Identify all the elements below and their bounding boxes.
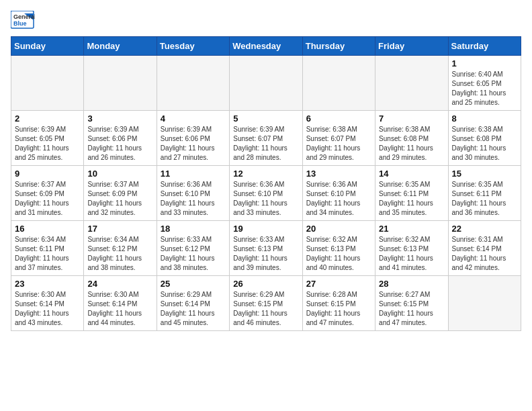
day-info: Sunrise: 6:39 AM Sunset: 6:07 PM Dayligh… xyxy=(233,125,298,163)
day-number: 1 xyxy=(452,58,517,68)
calendar-cell: 19Sunrise: 6:33 AM Sunset: 6:13 PM Dayli… xyxy=(230,221,302,276)
day-number: 27 xyxy=(306,279,371,289)
calendar-cell: 21Sunrise: 6:32 AM Sunset: 6:13 PM Dayli… xyxy=(375,221,448,276)
day-info: Sunrise: 6:29 AM Sunset: 6:14 PM Dayligh… xyxy=(161,290,226,328)
day-info: Sunrise: 6:33 AM Sunset: 6:13 PM Dayligh… xyxy=(233,235,298,273)
day-number: 10 xyxy=(87,169,152,179)
calendar-cell: 28Sunrise: 6:27 AM Sunset: 6:15 PM Dayli… xyxy=(375,276,448,331)
day-number: 12 xyxy=(233,169,298,179)
calendar-cell: 25Sunrise: 6:29 AM Sunset: 6:14 PM Dayli… xyxy=(157,276,229,331)
calendar-cell: 1Sunrise: 6:40 AM Sunset: 6:05 PM Daylig… xyxy=(448,56,521,111)
day-number: 11 xyxy=(161,169,226,179)
calendar-cell: 17Sunrise: 6:34 AM Sunset: 6:12 PM Dayli… xyxy=(84,221,157,276)
calendar-cell: 22Sunrise: 6:31 AM Sunset: 6:14 PM Dayli… xyxy=(448,221,521,276)
day-header-tuesday: Tuesday xyxy=(157,37,229,56)
day-info: Sunrise: 6:31 AM Sunset: 6:14 PM Dayligh… xyxy=(452,235,517,273)
day-number: 23 xyxy=(15,279,80,289)
day-number: 4 xyxy=(161,113,226,124)
day-info: Sunrise: 6:33 AM Sunset: 6:12 PM Dayligh… xyxy=(161,235,226,273)
day-header-monday: Monday xyxy=(84,37,157,56)
day-info: Sunrise: 6:35 AM Sunset: 6:11 PM Dayligh… xyxy=(452,180,517,218)
day-info: Sunrise: 6:32 AM Sunset: 6:13 PM Dayligh… xyxy=(306,235,371,273)
day-number: 25 xyxy=(161,279,226,289)
calendar-cell xyxy=(230,56,302,111)
calendar-cell: 9Sunrise: 6:37 AM Sunset: 6:09 PM Daylig… xyxy=(11,166,84,221)
day-number: 5 xyxy=(233,113,298,124)
calendar-cell xyxy=(157,56,229,111)
logo: General Blue xyxy=(11,11,35,30)
day-info: Sunrise: 6:38 AM Sunset: 6:08 PM Dayligh… xyxy=(452,125,517,163)
week-row-5: 23Sunrise: 6:30 AM Sunset: 6:14 PM Dayli… xyxy=(11,276,521,331)
day-number: 7 xyxy=(379,113,444,124)
day-info: Sunrise: 6:36 AM Sunset: 6:10 PM Dayligh… xyxy=(306,180,371,218)
day-number: 2 xyxy=(15,113,80,124)
day-header-wednesday: Wednesday xyxy=(230,37,302,56)
calendar-cell: 26Sunrise: 6:29 AM Sunset: 6:15 PM Dayli… xyxy=(230,276,302,331)
day-info: Sunrise: 6:39 AM Sunset: 6:05 PM Dayligh… xyxy=(15,125,80,163)
day-info: Sunrise: 6:30 AM Sunset: 6:14 PM Dayligh… xyxy=(15,290,80,328)
calendar-cell: 16Sunrise: 6:34 AM Sunset: 6:11 PM Dayli… xyxy=(11,221,84,276)
logo-icon: General Blue xyxy=(11,11,35,30)
day-info: Sunrise: 6:35 AM Sunset: 6:11 PM Dayligh… xyxy=(379,180,444,218)
day-number: 17 xyxy=(87,224,152,234)
day-info: Sunrise: 6:29 AM Sunset: 6:15 PM Dayligh… xyxy=(233,290,298,328)
calendar-cell: 6Sunrise: 6:38 AM Sunset: 6:07 PM Daylig… xyxy=(302,111,375,166)
calendar-cell: 24Sunrise: 6:30 AM Sunset: 6:14 PM Dayli… xyxy=(84,276,157,331)
day-info: Sunrise: 6:36 AM Sunset: 6:10 PM Dayligh… xyxy=(161,180,226,218)
calendar-cell xyxy=(11,56,84,111)
day-info: Sunrise: 6:28 AM Sunset: 6:15 PM Dayligh… xyxy=(306,290,371,328)
week-row-4: 16Sunrise: 6:34 AM Sunset: 6:11 PM Dayli… xyxy=(11,221,521,276)
day-header-friday: Friday xyxy=(375,37,448,56)
day-number: 8 xyxy=(452,113,517,124)
day-info: Sunrise: 6:39 AM Sunset: 6:06 PM Dayligh… xyxy=(161,125,226,163)
day-number: 13 xyxy=(306,169,371,179)
day-number: 18 xyxy=(161,224,226,234)
calendar-table: SundayMondayTuesdayWednesdayThursdayFrid… xyxy=(11,36,521,331)
day-number: 16 xyxy=(15,224,80,234)
day-info: Sunrise: 6:38 AM Sunset: 6:08 PM Dayligh… xyxy=(379,125,444,163)
day-number: 21 xyxy=(379,224,444,234)
calendar-cell: 2Sunrise: 6:39 AM Sunset: 6:05 PM Daylig… xyxy=(11,111,84,166)
day-number: 19 xyxy=(233,224,298,234)
week-row-3: 9Sunrise: 6:37 AM Sunset: 6:09 PM Daylig… xyxy=(11,166,521,221)
calendar-cell: 12Sunrise: 6:36 AM Sunset: 6:10 PM Dayli… xyxy=(230,166,302,221)
calendar-cell: 20Sunrise: 6:32 AM Sunset: 6:13 PM Dayli… xyxy=(302,221,375,276)
calendar-cell: 27Sunrise: 6:28 AM Sunset: 6:15 PM Dayli… xyxy=(302,276,375,331)
calendar-cell: 13Sunrise: 6:36 AM Sunset: 6:10 PM Dayli… xyxy=(302,166,375,221)
day-info: Sunrise: 6:37 AM Sunset: 6:09 PM Dayligh… xyxy=(15,180,80,218)
day-number: 14 xyxy=(379,169,444,179)
day-number: 26 xyxy=(233,279,298,289)
day-info: Sunrise: 6:30 AM Sunset: 6:14 PM Dayligh… xyxy=(87,290,152,328)
day-info: Sunrise: 6:39 AM Sunset: 6:06 PM Dayligh… xyxy=(87,125,152,163)
day-number: 3 xyxy=(87,113,152,124)
calendar-cell: 10Sunrise: 6:37 AM Sunset: 6:09 PM Dayli… xyxy=(84,166,157,221)
week-row-2: 2Sunrise: 6:39 AM Sunset: 6:05 PM Daylig… xyxy=(11,111,521,166)
calendar-cell: 23Sunrise: 6:30 AM Sunset: 6:14 PM Dayli… xyxy=(11,276,84,331)
calendar-cell: 7Sunrise: 6:38 AM Sunset: 6:08 PM Daylig… xyxy=(375,111,448,166)
calendar-cell: 15Sunrise: 6:35 AM Sunset: 6:11 PM Dayli… xyxy=(448,166,521,221)
svg-text:General: General xyxy=(13,13,35,20)
calendar-cell xyxy=(375,56,448,111)
day-info: Sunrise: 6:38 AM Sunset: 6:07 PM Dayligh… xyxy=(306,125,371,163)
calendar-cell: 3Sunrise: 6:39 AM Sunset: 6:06 PM Daylig… xyxy=(84,111,157,166)
day-number: 28 xyxy=(379,279,444,289)
day-info: Sunrise: 6:36 AM Sunset: 6:10 PM Dayligh… xyxy=(233,180,298,218)
week-row-1: 1Sunrise: 6:40 AM Sunset: 6:05 PM Daylig… xyxy=(11,56,521,111)
calendar-cell xyxy=(84,56,157,111)
calendar-cell: 8Sunrise: 6:38 AM Sunset: 6:08 PM Daylig… xyxy=(448,111,521,166)
calendar-cell: 14Sunrise: 6:35 AM Sunset: 6:11 PM Dayli… xyxy=(375,166,448,221)
day-info: Sunrise: 6:34 AM Sunset: 6:11 PM Dayligh… xyxy=(15,235,80,273)
calendar-cell: 4Sunrise: 6:39 AM Sunset: 6:06 PM Daylig… xyxy=(157,111,229,166)
day-info: Sunrise: 6:27 AM Sunset: 6:15 PM Dayligh… xyxy=(379,290,444,328)
day-number: 9 xyxy=(15,169,80,179)
calendar-cell: 11Sunrise: 6:36 AM Sunset: 6:10 PM Dayli… xyxy=(157,166,229,221)
day-number: 20 xyxy=(306,224,371,234)
day-number: 24 xyxy=(87,279,152,289)
calendar-cell: 18Sunrise: 6:33 AM Sunset: 6:12 PM Dayli… xyxy=(157,221,229,276)
day-number: 6 xyxy=(306,113,371,124)
day-info: Sunrise: 6:32 AM Sunset: 6:13 PM Dayligh… xyxy=(379,235,444,273)
calendar-cell xyxy=(448,276,521,331)
day-info: Sunrise: 6:34 AM Sunset: 6:12 PM Dayligh… xyxy=(87,235,152,273)
day-header-saturday: Saturday xyxy=(448,37,521,56)
page-header: General Blue xyxy=(11,11,521,30)
